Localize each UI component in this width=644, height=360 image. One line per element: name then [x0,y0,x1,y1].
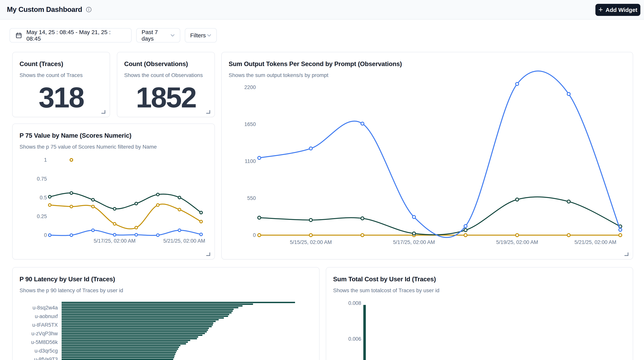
svg-text:1650: 1650 [244,121,256,127]
widget-p75-value: P 75 Value by Name (Scores Numeric) Show… [12,124,215,259]
count-traces-value: 318 [13,81,110,114]
svg-text:u-zVqP3hw: u-zVqP3hw [32,331,58,336]
svg-text:5/21/25, 02:00 AM: 5/21/25, 02:00 AM [574,239,616,245]
calendar-icon [15,32,22,39]
widget-title: Count (Traces) [20,60,103,68]
add-widget-button[interactable]: + Add Widget [596,4,640,16]
svg-text:5/17/25, 02:00 AM: 5/17/25, 02:00 AM [94,238,136,244]
svg-text:0: 0 [44,232,47,238]
svg-text:u-tFAR5TX: u-tFAR5TX [32,322,58,328]
p90-latency-bar-chart[interactable]: u-8sq2w4au-aobnuxfu-tFAR5TXu-zVqP3hwu-5M… [13,267,320,360]
svg-text:u-5M8D56k: u-5M8D56k [31,339,58,345]
svg-text:0.008: 0.008 [348,300,361,306]
svg-text:0.006: 0.006 [348,336,361,342]
svg-text:0.25: 0.25 [37,213,47,219]
svg-text:0.75: 0.75 [37,176,47,182]
widget-count-traces: Count (Traces) Shows the count of Traces… [12,52,110,117]
widget-subtitle: Shows the count of Observations [124,72,208,78]
svg-text:5/17/25, 02:00 AM: 5/17/25, 02:00 AM [393,239,435,245]
svg-text:u-aobnuxf: u-aobnuxf [35,313,58,319]
svg-text:0.5: 0.5 [40,195,47,200]
svg-text:550: 550 [247,195,256,201]
date-range-picker[interactable]: May 14, 25 : 08:45 - May 21, 25 : 08:45 [10,28,132,43]
resize-handle-icon[interactable] [101,110,106,114]
page-title: My Custom Dashboard [7,6,82,14]
filters-label: Filters [190,32,206,39]
widget-title: Count (Observations) [124,60,208,68]
widget-subtitle: Shows the count of Traces [20,72,103,78]
sum-total-cost-bar-chart[interactable]: 0.0080.006 [326,267,633,360]
plus-icon: + [598,6,603,14]
widget-sum-total-cost: Sum Total Cost by User Id (Traces) Shows… [326,267,633,360]
p75-value-line-chart[interactable]: 00.250.50.7515/17/25, 02:00 AM5/21/25, 0… [13,124,215,259]
time-preset-value: Past 7 days [142,29,170,42]
add-widget-label: Add Widget [606,7,637,13]
svg-text:0: 0 [253,232,256,238]
time-preset-dropdown[interactable]: Past 7 days [136,28,180,43]
svg-text:u-8fVa9T3: u-8fVa9T3 [34,356,58,360]
svg-text:u-d3qr5cg: u-d3qr5cg [34,348,58,354]
date-range-value: May 14, 25 : 08:45 - May 21, 25 : 08:45 [26,29,126,42]
widget-p90-latency: P 90 Latency by User Id (Traces) Shows t… [12,267,320,360]
svg-text:5/21/25, 02:00 AM: 5/21/25, 02:00 AM [163,238,205,244]
chevron-down-icon [170,34,175,37]
resize-handle-icon[interactable] [206,110,210,114]
count-observations-value: 1852 [117,81,214,114]
resize-handle-icon[interactable] [206,252,210,256]
svg-text:u-8sq2w4a: u-8sq2w4a [32,305,58,311]
resize-handle-icon[interactable] [624,252,628,256]
svg-text:5/19/25, 02:00 AM: 5/19/25, 02:00 AM [496,239,538,245]
widget-count-observations: Count (Observations) Shows the count of … [117,52,215,117]
svg-text:5/15/25, 02:00 AM: 5/15/25, 02:00 AM [290,239,332,245]
info-icon[interactable] [86,6,92,13]
svg-text:1: 1 [44,157,47,163]
header-bar: My Custom Dashboard [0,0,644,20]
widget-sum-output-tokens: Sum Output Tokens Per Second by Prompt (… [221,52,633,259]
chevron-down-icon [207,34,212,37]
svg-text:2200: 2200 [244,85,256,90]
svg-text:1100: 1100 [245,158,256,164]
sum-output-tokens-line-chart[interactable]: 05501100165022005/15/25, 02:00 AM5/17/25… [222,52,633,259]
filters-dropdown[interactable]: Filters [185,28,217,43]
